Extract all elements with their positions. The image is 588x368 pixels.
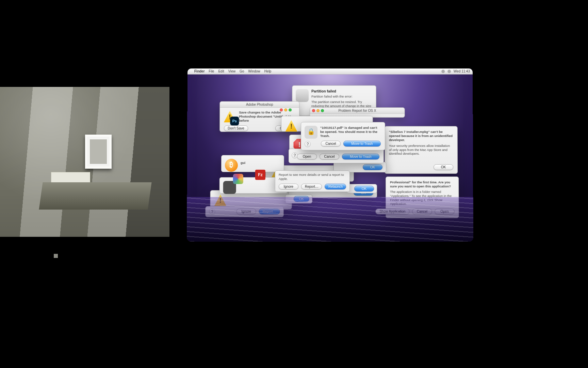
dialog-text: "Sibelius 7 Installer.mpkg" can't be ope… — [389, 130, 453, 142]
photoshop-app-icon: Ps — [230, 117, 239, 125]
menu-view[interactable]: View — [228, 70, 235, 73]
dialog-crash-report: Report to see more details or send a rep… — [275, 170, 350, 192]
app-icon — [233, 174, 243, 184]
ignore-button[interactable]: Ignore — [236, 209, 256, 214]
dialog-damaged-file: "10019117.pdf" is damaged and can't be o… — [301, 122, 385, 150]
dialog-bitcoin: gui — [221, 155, 284, 172]
dialog-unidentified-developer: "Sibelius 7 Installer.mpkg" can't be ope… — [385, 126, 458, 174]
zoom-icon[interactable] — [289, 108, 292, 111]
window-titlebar[interactable]: Problem Report for OS X — [310, 108, 405, 114]
left-video-still — [0, 87, 169, 237]
dialog-ok-only: OK — [346, 184, 377, 193]
minimize-icon[interactable] — [284, 108, 287, 111]
menubar: Finder File Edit View Go Window Help Wed… — [187, 68, 473, 75]
dialog-body: Your security preferences allow installa… — [389, 144, 453, 156]
show-application-button[interactable]: Show Application — [375, 209, 409, 214]
bitcoin-icon — [225, 159, 238, 172]
menubar-clock[interactable]: Wed 11:43 — [454, 70, 470, 73]
open-button[interactable]: Open — [435, 209, 454, 214]
warning-icon — [285, 120, 298, 133]
ok-button[interactable]: OK — [363, 164, 382, 170]
cancel-button[interactable]: Cancel — [321, 141, 341, 147]
move-to-trash-button[interactable]: Move to Trash — [342, 154, 379, 159]
cancel-button[interactable]: Cancel — [412, 209, 432, 214]
report-button[interactable]: Report… — [301, 184, 322, 189]
move-to-trash-button[interactable]: Move to Trash — [343, 141, 381, 147]
dialog-title: Partition failed — [311, 89, 372, 93]
close-icon[interactable] — [312, 109, 315, 112]
menu-help[interactable]: Help — [264, 70, 272, 73]
report-button[interactable]: Report… — [259, 209, 280, 214]
dialog-text: "10019117.pdf" is damaged and can't be o… — [320, 126, 381, 138]
menu-file[interactable]: File — [209, 70, 214, 73]
dialog-open-or-trash: ? Open Cancel Move to Trash — [289, 149, 384, 163]
disk-utility-icon — [296, 89, 309, 102]
dialog-ok-only: OK — [285, 194, 312, 203]
help-button[interactable]: ? — [305, 141, 311, 147]
zoom-icon[interactable] — [321, 109, 324, 112]
relaunch-button[interactable]: Relaunch — [325, 184, 346, 189]
window-title: Adobe Photoshop — [246, 103, 273, 106]
dialog-text: Partition failed with the error: — [311, 94, 372, 98]
dialog-first-time-open: Professional" for the first time. Are yo… — [386, 177, 459, 218]
decorative-dot — [54, 254, 58, 258]
dont-save-button[interactable]: Don't Save — [224, 125, 248, 131]
window-title: Problem Report for OS X — [338, 109, 376, 112]
minimize-icon[interactable] — [316, 109, 320, 112]
dialog-text: gui — [241, 159, 280, 165]
ok-button[interactable]: OK — [294, 196, 309, 202]
ignore-button[interactable]: Ignore — [279, 184, 298, 189]
mac-desktop: Finder File Edit View Go Window Help Wed… — [187, 68, 473, 242]
close-icon[interactable] — [280, 108, 283, 111]
menubar-status-icon[interactable] — [447, 70, 451, 73]
menu-window[interactable]: Window — [248, 70, 260, 73]
menubar-status-icon[interactable] — [441, 70, 445, 73]
active-app-menu[interactable]: Finder — [194, 70, 205, 73]
filezilla-icon: Fz — [255, 170, 265, 180]
cancel-button[interactable]: Cancel — [320, 154, 339, 159]
help-button[interactable]: ? — [209, 209, 215, 215]
warning-icon — [214, 194, 227, 207]
lock-icon — [305, 126, 317, 139]
window-titlebar[interactable]: Adobe Photoshop — [220, 102, 299, 108]
menu-edit[interactable]: Edit — [218, 70, 224, 73]
dialog-report: ? Ignore Report… — [205, 206, 283, 217]
dialog-text: Professional" for the first time. Are yo… — [390, 180, 454, 188]
help-button[interactable]: ? — [292, 152, 298, 158]
cubicle-monitor — [85, 135, 112, 169]
cubicle-desk — [39, 182, 151, 210]
dialog-body: The application is in a folder named "Ap… — [390, 190, 454, 206]
dialog-subtext — [389, 157, 453, 162]
dialog-text: Report to see more details or send a rep… — [279, 173, 346, 181]
open-button[interactable]: Open — [297, 154, 317, 159]
ok-button[interactable]: OK — [434, 164, 453, 170]
ok-button[interactable]: OK — [354, 186, 374, 191]
menu-go[interactable]: Go — [240, 70, 244, 73]
